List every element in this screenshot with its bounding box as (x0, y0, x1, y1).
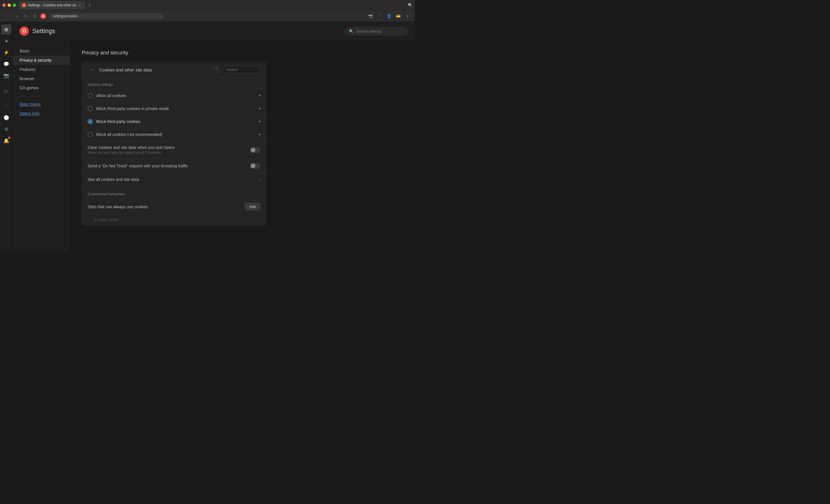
expand-block-private[interactable]: ▾ (259, 107, 260, 110)
no-sites-label: No sites added (82, 214, 266, 226)
option-divider-1 (254, 93, 254, 99)
expand-allow-all[interactable]: ▾ (259, 94, 260, 98)
clear-cookies-toggle-knob (251, 148, 255, 153)
sidebar-item-opera-help[interactable]: Opera help (13, 109, 70, 118)
sites-always-cookies-label: Sites that can always use cookies (88, 204, 245, 209)
browser-search-icon[interactable]: 🔍 (408, 3, 413, 7)
sidebar-item-privacy[interactable]: Privacy & security (13, 56, 70, 65)
expand-block-all[interactable]: ▾ (259, 132, 260, 136)
search-settings-input[interactable] (356, 29, 404, 33)
camera-icon[interactable]: 📷 (366, 12, 375, 20)
settings-logo: O (20, 27, 29, 36)
help-button[interactable]: ? (213, 66, 220, 73)
forward-button[interactable]: › (13, 13, 20, 20)
cookie-search-box[interactable]: 🔍 (223, 66, 260, 73)
radio-label-block-all: Block all cookies (not recommended) (96, 132, 249, 137)
browser-chrome: ⚙ Settings - Cookies and other sit ✕ + 🔍 (0, 0, 415, 10)
clear-cookies-label: Clear cookies and site data when you qui… (88, 145, 247, 150)
home-sidebar-icon[interactable]: ⊞ (1, 24, 11, 35)
option-divider-3 (254, 119, 254, 125)
notification-badge (8, 136, 10, 139)
cookie-settings-card: ‹ Cookies and other site data ? 🔍 Genera… (82, 62, 266, 226)
nav-icons: 📷 ♡ 👤 💳 ≡ (366, 12, 412, 20)
sidebar-item-basic[interactable]: Basic (13, 46, 70, 56)
tab-title: Settings - Cookies and other sit (28, 3, 76, 7)
cookie-search-input[interactable] (227, 68, 266, 72)
clear-cookies-toggle[interactable] (250, 147, 260, 153)
customized-behaviors-section: Customized behaviors (82, 186, 266, 198)
messenger-sidebar-icon[interactable]: 💬 (1, 59, 11, 69)
do-not-track-toggle-knob (251, 164, 255, 168)
clear-cookies-content: Clear cookies and site data when you qui… (88, 145, 247, 155)
add-sites-button[interactable]: Add (245, 203, 260, 210)
settings-main: O Settings 🔍 Basic Privacy & security Fe… (13, 22, 415, 252)
rate-opera-link[interactable]: Rate Opera (20, 102, 40, 107)
radio-circle-block-private (88, 106, 93, 111)
radio-block-third-party[interactable]: Block third-party cookies ▾ (82, 115, 266, 128)
radio-block-private[interactable]: Block third-party cookies in private mod… (82, 102, 266, 115)
clear-cookies-sublabel: When on, you'll also be signed out of Ch… (88, 150, 247, 155)
instagram-sidebar-icon[interactable]: 📷 (1, 70, 11, 81)
opera-help-link[interactable]: Opera help (20, 111, 39, 116)
expand-block-third-party[interactable]: ▾ (259, 120, 260, 124)
navigation-bar: ‹ › ↻ ⊞ O settings/cookies 📷 ♡ 👤 💳 ≡ (0, 10, 415, 22)
sidebar-divider-2 (3, 98, 10, 99)
do-not-track-label: Send a "Do Not Track" request with your … (88, 164, 247, 168)
settings-title-row: O Settings (20, 27, 55, 36)
chevron-right-icon: › (259, 177, 260, 181)
sidebar-item-browser[interactable]: Browser (13, 74, 70, 83)
minimize-window-button[interactable] (7, 3, 11, 7)
tab-grid-button[interactable]: ⊞ (31, 13, 38, 20)
radio-circle-allow-all (88, 93, 93, 98)
new-tab-button[interactable]: + (86, 2, 93, 9)
radio-label-allow-all: Allow all cookies (96, 93, 249, 98)
back-button[interactable]: ‹ (3, 13, 10, 20)
sidebar-item-gxgames[interactable]: GX.games (13, 83, 70, 93)
see-all-cookies-label: See all cookies and site data (88, 177, 259, 182)
tab-favicon: ⚙ (22, 3, 26, 7)
radio-circle-block-all (88, 132, 93, 137)
address-bar[interactable]: settings/cookies (49, 13, 164, 19)
cookie-panel-title: Cookies and other site data (99, 67, 209, 72)
search-settings-box[interactable]: 🔍 (345, 27, 408, 35)
radio-inner-selected (89, 120, 92, 123)
menu-icon[interactable]: ≡ (404, 12, 412, 20)
radio-block-all[interactable]: Block all cookies (not recommended) ▾ (82, 128, 266, 141)
pinboard-sidebar-icon[interactable]: ♡ (1, 101, 11, 111)
tab-close-button[interactable]: ✕ (77, 3, 82, 7)
do-not-track-content: Send a "Do Not Track" request with your … (88, 164, 247, 168)
profile-icon[interactable]: 👤 (385, 12, 393, 20)
sidebar-item-rate-opera[interactable]: Rate Opera (13, 100, 70, 109)
main-content: Privacy and security ‹ Cookies and other… (70, 41, 415, 252)
settings-title: Settings (32, 27, 55, 35)
option-divider-4 (254, 132, 254, 137)
tab-bar: ⚙ Settings - Cookies and other sit ✕ + (19, 1, 406, 9)
settings-sidebar-icon[interactable]: ⚙ (1, 124, 11, 134)
close-window-button[interactable] (2, 3, 6, 7)
heart-icon[interactable]: ♡ (376, 12, 384, 20)
cookie-header: ‹ Cookies and other site data ? 🔍 (82, 62, 266, 78)
sidebar-item-features[interactable]: Features (13, 65, 70, 74)
notifications-sidebar-icon[interactable]: 🔔 (1, 135, 11, 146)
wallet-icon[interactable]: 💳 (394, 12, 402, 20)
cookie-back-button[interactable]: ‹ (88, 66, 96, 74)
radio-label-block-third-party: Block third-party cookies (96, 119, 249, 124)
traffic-lights (2, 3, 16, 7)
reload-button[interactable]: ↻ (22, 13, 29, 20)
radio-allow-all[interactable]: Allow all cookies ▾ (82, 89, 266, 102)
clear-cookies-row: Clear cookies and site data when you qui… (82, 141, 266, 159)
general-settings-label: General settings (82, 78, 266, 89)
app-layout: ⊞ ★ ⚡ 💬 📷 ▷ ♡ 🕐 ⚙ 🔔 O Settings 🔍 (0, 22, 415, 252)
player-sidebar-icon[interactable]: ▷ (1, 86, 11, 96)
history-sidebar-icon[interactable]: 🕐 (1, 112, 11, 123)
flow-sidebar-icon[interactable]: ⚡ (1, 47, 11, 58)
see-all-cookies-row[interactable]: See all cookies and site data › (82, 173, 266, 186)
favorites-sidebar-icon[interactable]: ★ (1, 36, 11, 46)
customized-behaviors-label: Customized behaviors (88, 192, 260, 196)
maximize-window-button[interactable] (13, 3, 16, 7)
do-not-track-toggle[interactable] (250, 163, 260, 169)
radio-label-block-private: Block third-party cookies in private mod… (96, 106, 249, 111)
settings-tab[interactable]: ⚙ Settings - Cookies and other sit ✕ (19, 1, 85, 9)
nav-sidebar: Basic Privacy & security Features Browse… (13, 41, 70, 252)
opera-logo: O (40, 13, 46, 19)
